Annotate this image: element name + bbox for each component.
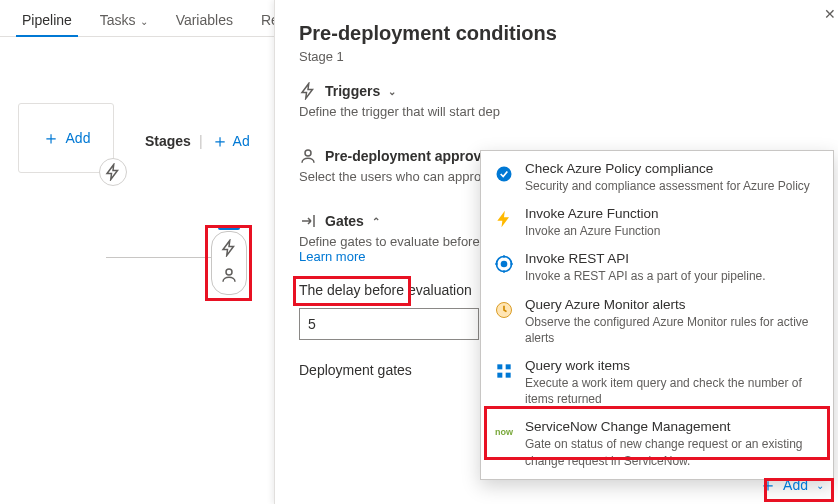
svg-point-0 [226, 269, 232, 275]
workitems-icon [493, 360, 515, 382]
gate-menu-item-policy[interactable]: Check Azure Policy complianceSecurity an… [481, 155, 833, 200]
gate-menu-item-function[interactable]: Invoke Azure FunctionInvoke an Azure Fun… [481, 200, 833, 245]
add-gate-button[interactable]: ＋ Add ⌄ [753, 472, 830, 498]
gate-item-desc: Invoke a REST API as a part of your pipe… [525, 268, 766, 284]
gates-label: Gates [325, 213, 364, 229]
svg-point-3 [501, 261, 508, 268]
chevron-up-icon: ⌃ [372, 216, 380, 227]
tab-variables[interactable]: Variables [162, 4, 247, 36]
gate-item-desc: Invoke an Azure Function [525, 223, 660, 239]
gate-type-menu: Check Azure Policy complianceSecurity an… [480, 150, 834, 480]
add-artifact-label: Add [66, 130, 91, 146]
gates-desc-text: Define gates to evaluate before the [299, 234, 501, 249]
svg-point-2 [497, 167, 512, 182]
chevron-down-icon: ⌄ [388, 86, 396, 97]
gate-item-title: Invoke Azure Function [525, 206, 660, 221]
svg-rect-12 [497, 373, 502, 378]
svg-rect-13 [506, 373, 511, 378]
svg-point-6 [495, 263, 498, 266]
svg-point-7 [503, 256, 506, 259]
function-icon [493, 208, 515, 230]
connector-line [106, 257, 211, 258]
panel-subtitle: Stage 1 [299, 49, 838, 64]
svg-rect-10 [497, 364, 502, 369]
plus-icon: ＋ [42, 129, 60, 147]
triggers-section-toggle[interactable]: Triggers ⌄ [299, 82, 838, 100]
svg-point-1 [305, 150, 311, 156]
person-icon [299, 147, 317, 165]
rest-icon [493, 253, 515, 275]
plus-icon: ＋ [759, 476, 777, 494]
tab-tasks-label: Tasks [100, 12, 136, 28]
person-icon [220, 266, 238, 287]
gate-arrow-icon [299, 212, 317, 230]
tab-pipeline[interactable]: Pipeline [8, 4, 86, 36]
trigger-bolt-icon[interactable] [99, 158, 127, 186]
triggers-desc: Define the trigger that will start dep [299, 104, 838, 119]
svg-rect-11 [506, 364, 511, 369]
svg-point-8 [503, 271, 506, 274]
gate-item-desc: Security and compliance assessment for A… [525, 178, 810, 194]
policy-icon [493, 163, 515, 185]
gate-menu-item-servicenow[interactable]: nowServiceNow Change ManagementGate on s… [481, 413, 833, 474]
gate-item-title: ServiceNow Change Management [525, 419, 821, 434]
trigger-bolt-icon [220, 239, 238, 260]
chevron-down-icon: ⌄ [140, 16, 148, 27]
stages-divider: | [199, 133, 203, 149]
delay-input[interactable] [299, 308, 479, 340]
gate-menu-item-monitor[interactable]: Query Azure Monitor alertsObserve the co… [481, 291, 833, 352]
learn-more-link[interactable]: Learn more [299, 249, 365, 264]
add-gate-label: Add [783, 477, 808, 493]
gate-item-title: Query Azure Monitor alerts [525, 297, 821, 312]
gate-item-title: Check Azure Policy compliance [525, 161, 810, 176]
stages-heading: Stages [145, 133, 191, 149]
gate-item-desc: Execute a work item query and check the … [525, 375, 821, 407]
monitor-icon [493, 299, 515, 321]
plus-icon: ＋ [211, 132, 229, 150]
stages-column: Stages | ＋ Ad [145, 132, 250, 150]
gate-menu-item-rest[interactable]: Invoke REST APIInvoke a REST API as a pa… [481, 245, 833, 290]
stage-predeploy-conditions-button[interactable] [211, 231, 247, 295]
gate-menu-item-workitems[interactable]: Query work itemsExecute a work item quer… [481, 352, 833, 413]
trigger-bolt-icon [299, 82, 317, 100]
panel-title: Pre-deployment conditions [299, 22, 838, 45]
add-artifact-button[interactable]: ＋ Add [18, 103, 114, 173]
add-stage-label: Ad [233, 133, 250, 149]
gate-item-title: Query work items [525, 358, 821, 373]
stage-active-bar [218, 226, 240, 230]
approvals-label: Pre-deployment approv [325, 148, 481, 164]
gate-item-desc: Observe the configured Azure Monitor rul… [525, 314, 821, 346]
svg-point-5 [510, 263, 513, 266]
gate-item-title: Invoke REST API [525, 251, 766, 266]
triggers-label: Triggers [325, 83, 380, 99]
servicenow-icon: now [493, 421, 515, 443]
close-icon[interactable]: ✕ [824, 6, 836, 22]
chevron-down-icon: ⌄ [816, 480, 824, 491]
tab-tasks[interactable]: Tasks⌄ [86, 4, 162, 36]
add-stage-button[interactable]: ＋ Ad [211, 132, 250, 150]
gate-item-desc: Gate on status of new change request or … [525, 436, 821, 468]
